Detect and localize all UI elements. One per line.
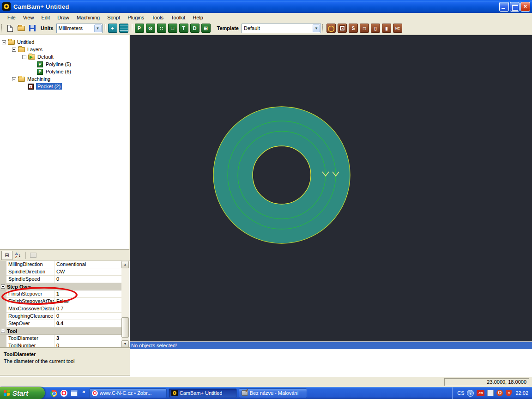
tree-item-untitled[interactable]: Untitled: [0, 38, 129, 46]
open-file-button[interactable]: [16, 23, 26, 33]
produce-gcode-button[interactable]: NC: [393, 24, 402, 33]
template-value: Default: [242, 25, 312, 31]
draw-surface-button[interactable]: ⊞: [201, 24, 211, 33]
opera-tray-icon[interactable]: O: [496, 390, 503, 396]
folder-icon: [18, 77, 25, 82]
property-row-clipped[interactable]: ToolNumber0: [0, 342, 121, 348]
engrave-operation-button[interactable]: S: [349, 24, 358, 33]
toolbar-grip[interactable]: [131, 24, 133, 32]
taskbar-button-paint[interactable]: Bez názvu - Malování: [239, 388, 307, 398]
categorized-view-button[interactable]: ⊞: [1, 251, 12, 260]
pocket-icon: [339, 25, 345, 31]
quick-launch: O: [50, 390, 78, 397]
pocket-operation-button[interactable]: [338, 24, 347, 33]
property-row[interactable]: FinishStepoverAtTargFalse: [0, 298, 121, 305]
collapse-icon[interactable]: [12, 48, 16, 52]
maximize-button[interactable]: [510, 2, 520, 12]
property-grid: MillingDirectionConventional SpindleDire…: [0, 261, 130, 348]
start-button[interactable]: Start: [0, 387, 45, 399]
collapse-icon[interactable]: [12, 77, 16, 81]
tree-item-pocket-2[interactable]: Pocket (2): [0, 83, 129, 90]
drawing-canvas[interactable]: [130, 35, 532, 341]
tray-collapse-icon[interactable]: ‹: [467, 390, 474, 397]
status-bar: 23.0000, 18.0000: [0, 376, 532, 387]
template-combobox[interactable]: Default ▼: [242, 24, 321, 33]
opera-icon[interactable]: O: [60, 390, 67, 397]
property-row[interactable]: SpindleSpeed0: [0, 276, 121, 283]
menu-script[interactable]: Script: [103, 14, 124, 21]
lathe-operation-button[interactable]: ▯: [371, 24, 380, 33]
draw-points-button[interactable]: ∷: [157, 24, 166, 33]
alphabetical-sort-button[interactable]: AZ ↓: [12, 251, 24, 260]
cambam-icon: [171, 390, 178, 396]
toolbar-grip[interactable]: [322, 24, 324, 32]
scroll-down-icon[interactable]: ▼: [121, 340, 129, 348]
property-row[interactable]: MaxCrossoverDistanc0.7: [0, 305, 121, 313]
quick-launch-more-chevron[interactable]: »: [82, 388, 85, 395]
drill-operation-button[interactable]: ▮: [382, 24, 391, 33]
taskbar-button-opera[interactable]: O www.C-N-C.cz • Zobr...: [89, 388, 167, 398]
opera-icon: O: [92, 390, 98, 396]
property-row-tooldiameter[interactable]: ToolDiameter3: [0, 335, 121, 342]
property-category-tool[interactable]: Tool: [0, 327, 121, 335]
toolbar-grip[interactable]: [1, 24, 3, 32]
scroll-up-icon[interactable]: ▲: [121, 261, 129, 268]
security-alert-tray-icon[interactable]: ×: [506, 390, 512, 396]
scrollbar-thumb[interactable]: [121, 317, 129, 338]
menu-toolkit[interactable]: Toolkit: [167, 14, 189, 21]
property-category-stepover[interactable]: Step Over: [0, 283, 121, 290]
chrome-icon[interactable]: [50, 390, 57, 397]
draw-polyline-button[interactable]: P: [135, 24, 144, 33]
property-row-finishstepover[interactable]: FinishStepover1: [0, 290, 121, 298]
collapse-icon[interactable]: [1, 284, 5, 289]
tree-item-layers[interactable]: Layers: [0, 46, 129, 53]
property-row[interactable]: RoughingClearance0: [0, 313, 121, 320]
clock[interactable]: 22:02: [515, 390, 528, 396]
new-file-button[interactable]: [5, 23, 15, 33]
language-indicator[interactable]: CS: [457, 390, 464, 396]
tree-item-polyline-6[interactable]: P Polyline (6): [0, 68, 129, 75]
stock-inner-circle[interactable]: [253, 146, 311, 204]
device-tray-icon[interactable]: [487, 390, 494, 396]
property-row[interactable]: MillingDirectionConventional: [0, 261, 121, 268]
property-row[interactable]: StepOver0.4: [0, 320, 121, 327]
draw-circle-button[interactable]: ⊙: [146, 24, 155, 33]
menu-help[interactable]: Help: [189, 14, 207, 21]
app-window-icon[interactable]: [71, 390, 78, 396]
menu-file[interactable]: File: [4, 14, 19, 21]
menu-view[interactable]: View: [19, 14, 38, 21]
tree-item-default-layer[interactable]: Default: [0, 53, 129, 60]
menu-draw[interactable]: Draw: [54, 14, 73, 21]
save-file-button[interactable]: [27, 23, 37, 33]
close-button[interactable]: ×: [520, 2, 530, 12]
tree-item-polyline-5[interactable]: P Polyline (5): [0, 60, 129, 68]
toolbar-grip[interactable]: [104, 24, 106, 32]
chevron-down-icon[interactable]: ▼: [313, 24, 320, 32]
folder-icon: [18, 47, 25, 52]
draw-arc-button[interactable]: D: [190, 24, 200, 33]
toggle-axes-button[interactable]: +: [108, 24, 117, 33]
pocket-icon: [28, 84, 34, 90]
toggle-grid-button[interactable]: [119, 24, 128, 33]
tree-item-machining[interactable]: Machining: [0, 75, 129, 83]
collapse-icon[interactable]: [2, 40, 6, 44]
units-combobox[interactable]: Millimeters ▼: [56, 24, 103, 33]
profile-operation-button[interactable]: □: [360, 24, 369, 33]
minimize-button[interactable]: [499, 2, 509, 12]
property-description-panel: ToolDiameter The diameter of the current…: [0, 349, 130, 375]
draw-text-button[interactable]: T: [179, 24, 188, 33]
taskbar-button-cambam[interactable]: CamBam+ Untitled: [169, 388, 237, 398]
collapse-icon[interactable]: [22, 55, 26, 59]
ati-tray-icon[interactable]: ATI: [477, 390, 484, 396]
menu-machining[interactable]: Machining: [73, 14, 103, 21]
chevron-down-icon[interactable]: ▼: [94, 24, 102, 32]
property-row[interactable]: SpindleDirectionCW: [0, 268, 121, 276]
sort-az-icon: AZ ↓: [15, 252, 21, 259]
scrollbar[interactable]: ▲ ▼: [121, 261, 129, 348]
draw-rectangle-button[interactable]: □: [168, 24, 177, 33]
menu-tools[interactable]: Tools: [148, 14, 167, 21]
collapse-icon[interactable]: [1, 329, 5, 333]
generate-toolpaths-button[interactable]: ◯: [326, 24, 336, 33]
menu-edit[interactable]: Edit: [37, 14, 54, 21]
menu-plugins[interactable]: Plugins: [124, 14, 148, 21]
